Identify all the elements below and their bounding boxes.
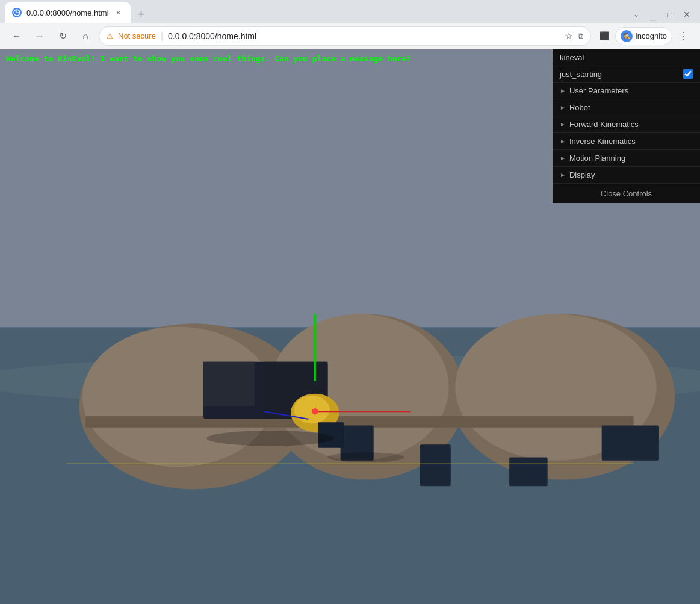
home-button[interactable]: ⌂ bbox=[76, 26, 95, 46]
tab-favicon bbox=[12, 8, 22, 17]
forward-kinematics-arrow: ► bbox=[560, 121, 566, 128]
user-parameters-section[interactable]: ► User Parameters bbox=[553, 83, 700, 99]
just-starting-row: just_starting bbox=[553, 66, 700, 83]
svg-point-22 bbox=[312, 408, 318, 415]
display-arrow: ► bbox=[560, 172, 566, 178]
profile-button[interactable]: 🕵 Incognito bbox=[615, 27, 672, 45]
window-close-button[interactable]: ✕ bbox=[678, 6, 695, 23]
toolbar-right: ⬛ 🕵 Incognito ⋮ bbox=[595, 26, 693, 46]
tab-search-button[interactable]: ⌄ bbox=[628, 6, 645, 23]
panel-title: kineval bbox=[553, 49, 700, 66]
just-starting-label: just_starting bbox=[560, 70, 678, 79]
security-icon: ⚠ bbox=[107, 32, 113, 40]
url-display[interactable]: 0.0.0.0:8000/home.html bbox=[168, 31, 560, 41]
toolbar: ← → ↻ ⌂ ⚠ Not secure | 0.0.0.0:8000/home… bbox=[0, 23, 700, 49]
svg-rect-16 bbox=[509, 458, 548, 487]
close-controls-button[interactable]: Close Controls bbox=[553, 184, 700, 203]
omnibox[interactable]: ⚠ Not secure | 0.0.0.0:8000/home.html ☆ … bbox=[99, 26, 591, 46]
inverse-kinematics-label: Inverse Kinematics bbox=[569, 137, 636, 146]
reload-button[interactable]: ↻ bbox=[53, 26, 72, 46]
svg-point-13 bbox=[294, 396, 329, 424]
inverse-kinematics-section[interactable]: ► Inverse Kinematics bbox=[553, 133, 700, 150]
motion-planning-arrow: ► bbox=[560, 155, 566, 161]
back-button[interactable]: ← bbox=[7, 26, 26, 46]
inverse-kinematics-arrow: ► bbox=[560, 138, 566, 145]
display-label: Display bbox=[569, 170, 595, 179]
tab-close-button[interactable]: ✕ bbox=[114, 8, 123, 17]
bookmark-icon[interactable]: ☆ bbox=[565, 30, 573, 42]
just-starting-checkbox[interactable] bbox=[683, 69, 693, 79]
motion-planning-label: Motion Planning bbox=[569, 154, 625, 163]
forward-button[interactable]: → bbox=[30, 26, 49, 46]
motion-planning-section[interactable]: ► Motion Planning bbox=[553, 150, 700, 167]
content-area: Welcome to KinEval! I want to show you s… bbox=[0, 49, 700, 604]
svg-rect-17 bbox=[602, 426, 659, 461]
tab-bar: 0.0.0.0:8000/home.html ✕ + ⌄ _ □ ✕ bbox=[5, 0, 695, 23]
tab-title: 0.0.0.0:8000/home.html bbox=[26, 8, 109, 17]
robot-label: Robot bbox=[569, 103, 590, 112]
robot-section[interactable]: ► Robot bbox=[553, 99, 700, 116]
forward-kinematics-label: Forward Kinematics bbox=[569, 120, 639, 129]
profile-icon: 🕵 bbox=[621, 30, 633, 42]
new-tab-button[interactable]: + bbox=[133, 6, 150, 23]
chrome-menu-button[interactable]: ⋮ bbox=[674, 26, 693, 46]
title-bar: 0.0.0.0:8000/home.html ✕ + ⌄ _ □ ✕ bbox=[0, 0, 700, 23]
svg-point-23 bbox=[206, 431, 334, 446]
user-parameters-arrow: ► bbox=[560, 87, 566, 94]
browser-frame: 0.0.0.0:8000/home.html ✕ + ⌄ _ □ ✕ ← → ↻… bbox=[0, 0, 700, 604]
user-parameters-label: User Parameters bbox=[569, 86, 628, 95]
forward-kinematics-section[interactable]: ► Forward Kinematics bbox=[553, 116, 700, 133]
svg-point-24 bbox=[327, 452, 404, 462]
display-section[interactable]: ► Display bbox=[553, 167, 700, 184]
pip-icon[interactable]: ⧉ bbox=[578, 31, 583, 41]
svg-marker-10 bbox=[203, 362, 255, 406]
robot-arrow: ► bbox=[560, 104, 566, 111]
maximize-button[interactable]: □ bbox=[661, 6, 678, 23]
svg-rect-15 bbox=[420, 444, 451, 486]
extensions-button[interactable]: ⬛ bbox=[595, 26, 614, 46]
profile-label: Incognito bbox=[635, 31, 667, 40]
security-label: Not secure bbox=[118, 31, 156, 40]
url-separator: | bbox=[161, 31, 163, 42]
active-tab[interactable]: 0.0.0.0:8000/home.html ✕ bbox=[5, 2, 131, 23]
control-panel: kineval just_starting ► User Parameters … bbox=[553, 49, 700, 203]
minimize-button[interactable]: _ bbox=[645, 6, 661, 23]
